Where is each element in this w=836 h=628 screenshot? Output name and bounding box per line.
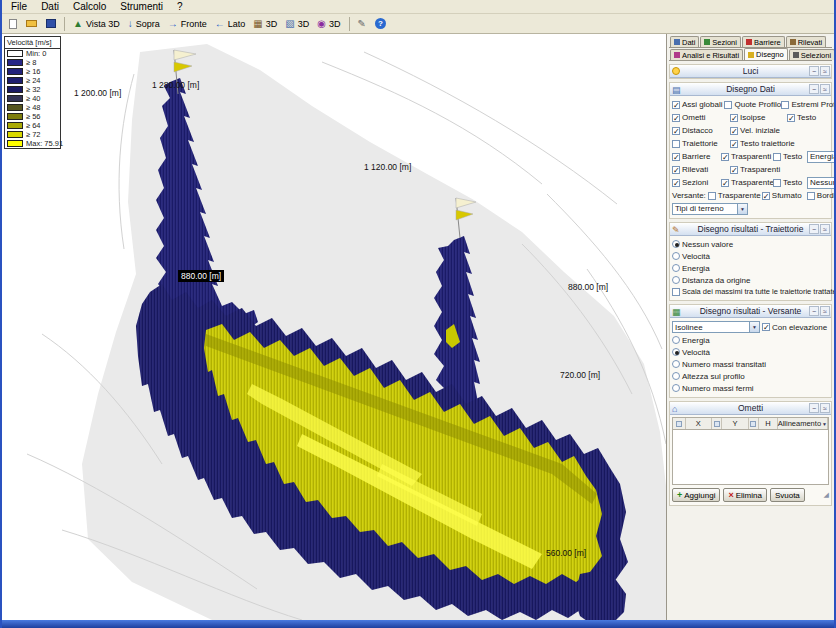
toolbar-view-button[interactable]: Sopra: [124, 15, 164, 32]
section-header-luci[interactable]: Luci − ≈: [670, 65, 831, 78]
versante-mode-select[interactable]: Isolinee▼: [672, 321, 760, 333]
ometti-list[interactable]: [672, 429, 829, 485]
radio-button[interactable]: Numero massi transitati: [672, 358, 755, 370]
panel-tab[interactable]: Analisi e Risultati: [670, 49, 743, 60]
menu-item[interactable]: Strumenti: [113, 0, 170, 13]
section-collapse-button[interactable]: −: [809, 403, 819, 413]
con-elevazione-checkbox[interactable]: Con elevazione: [762, 323, 827, 332]
panel-tab[interactable]: Barriere: [742, 36, 785, 47]
column-header-h[interactable]: H: [759, 418, 777, 429]
open-button[interactable]: [22, 15, 41, 32]
radio-button[interactable]: Numero massi fermi: [672, 382, 755, 394]
checkbox[interactable]: Testo traiettorie: [730, 139, 795, 148]
section-header-traiettorie[interactable]: Disegno risultati - Traiettorie − ≈: [670, 223, 831, 236]
terreno-select[interactable]: Tipi di terreno▼: [672, 203, 748, 215]
dd-row-8: TrasparenteSfumatoBordi: [708, 191, 834, 200]
checkbox-box: [807, 192, 815, 200]
toolbar-view-button[interactable]: 3D: [313, 15, 344, 32]
tools-button[interactable]: [354, 15, 370, 32]
viewport-3d[interactable]: Velocità [m/s] Min: 0 ≥ 8: [2, 34, 666, 620]
resize-grip-icon[interactable]: ◢: [824, 491, 829, 499]
radio-label: Numero massi fermi: [682, 384, 754, 393]
section-pin-button[interactable]: ≈: [820, 66, 830, 76]
section-collapse-button[interactable]: −: [809, 224, 819, 234]
radio-button[interactable]: Altezza sul profilo: [672, 370, 747, 382]
checkbox[interactable]: Trasparenti: [721, 152, 771, 161]
checkbox[interactable]: Testo: [773, 178, 805, 187]
checkbox-box: [787, 114, 795, 122]
toolbar-view-button[interactable]: 3D: [249, 15, 281, 32]
sezioni-testo-select[interactable]: Nessuno▼: [807, 177, 834, 189]
row-selector-column[interactable]: [673, 418, 686, 429]
menu-item[interactable]: File: [4, 0, 34, 13]
radio-label: Numero massi transitati: [682, 360, 766, 369]
checkbox[interactable]: Assi globali: [672, 100, 722, 109]
toolbar-view-button[interactable]: Fronte: [164, 15, 211, 32]
checkbox[interactable]: Testo: [773, 152, 805, 161]
checkbox[interactable]: Trasparente: [721, 178, 771, 187]
panel-tab[interactable]: Rilevati: [786, 36, 827, 47]
checkbox[interactable]: Testo: [787, 113, 816, 122]
column-tool-button[interactable]: [712, 418, 723, 429]
section-pin-button[interactable]: ≈: [820, 403, 830, 413]
checkbox[interactable]: Sfumato: [762, 191, 805, 200]
section-header-disegno-dati[interactable]: Disegno Dati − ≈: [670, 83, 831, 96]
section-title: Disegno risultati - Traiettorie: [698, 224, 804, 234]
barriere-testo-select[interactable]: Energia▼: [807, 151, 834, 163]
section-pin-button[interactable]: ≈: [820, 84, 830, 94]
radio-button[interactable]: Velocità: [672, 250, 751, 262]
checkbox[interactable]: Quote Profilo: [724, 100, 779, 109]
section-collapse-button[interactable]: −: [809, 84, 819, 94]
column-header-allineamento[interactable]: Allineamento▼: [778, 418, 828, 429]
section-header-versante[interactable]: Disegno risultati - Versante − ≈: [670, 305, 831, 318]
section-pin-button[interactable]: ≈: [820, 306, 830, 316]
column-tool-button[interactable]: [749, 418, 760, 429]
aggiungi-button[interactable]: +Aggiungi: [672, 488, 720, 502]
panel-tab[interactable]: Dati: [670, 36, 699, 47]
svuota-button[interactable]: Svuota: [770, 488, 805, 502]
checkbox-label: Trasparenti: [731, 152, 771, 161]
new-button[interactable]: [5, 15, 21, 32]
button-label: Elimina: [736, 491, 762, 500]
checkbox[interactable]: Trasparente: [708, 191, 760, 200]
toolbar-view-button[interactable]: 3D: [281, 15, 313, 32]
checkbox[interactable]: Vel. iniziale: [730, 126, 780, 135]
elimina-button[interactable]: ×Elimina: [723, 488, 767, 502]
radio-button[interactable]: Velocità: [672, 346, 747, 358]
menu-item[interactable]: Dati: [34, 0, 66, 13]
velocity-legend: Velocità [m/s] Min: 0 ≥ 8: [4, 36, 61, 149]
checkbox[interactable]: Rilevati: [672, 165, 728, 174]
help-button[interactable]: [371, 15, 390, 32]
toolbar-view-button[interactable]: Lato: [211, 15, 250, 32]
checkbox[interactable]: Traiettorie: [672, 139, 728, 148]
checkbox[interactable]: Sezioni: [672, 178, 719, 187]
section-pin-button[interactable]: ≈: [820, 224, 830, 234]
column-header-x[interactable]: X: [686, 418, 712, 429]
toolbar-view-button[interactable]: Vista 3D: [69, 15, 124, 32]
section-header-ometti[interactable]: Ometti − ≈: [670, 402, 831, 415]
save-button[interactable]: [42, 15, 60, 32]
radio-button[interactable]: Energia: [672, 334, 755, 346]
menu-item[interactable]: ?: [170, 0, 190, 13]
column-header-y[interactable]: Y: [722, 418, 748, 429]
radio-button[interactable]: Energia: [672, 262, 751, 274]
checkbox[interactable]: Isoipse: [730, 113, 785, 122]
radio-button[interactable]: Nessun valore: [672, 238, 751, 250]
radio-button[interactable]: Distanza da origine: [672, 274, 751, 286]
checkbox-label: Bordi: [817, 191, 834, 200]
scala-massimi-checkbox[interactable]: Scala dei massimi tra tutte le traiettor…: [672, 287, 834, 296]
checkbox[interactable]: Barriere: [672, 152, 719, 161]
panel-tab[interactable]: Disegno: [744, 48, 788, 60]
menu-item[interactable]: Calcolo: [66, 0, 113, 13]
checkbox[interactable]: Distacco: [672, 126, 728, 135]
panel-tab[interactable]: Selezioni: [789, 49, 834, 60]
section-collapse-button[interactable]: −: [809, 66, 819, 76]
section-collapse-button[interactable]: −: [809, 306, 819, 316]
checkbox[interactable]: Bordi: [807, 191, 834, 200]
checkbox-box: [730, 140, 738, 148]
checkbox-box: [672, 153, 680, 161]
panel-tab[interactable]: Sezioni: [700, 36, 741, 47]
checkbox[interactable]: Ometti: [672, 113, 728, 122]
checkbox[interactable]: Estremi Profilo: [781, 100, 834, 109]
checkbox[interactable]: Trasparenti: [730, 165, 780, 174]
